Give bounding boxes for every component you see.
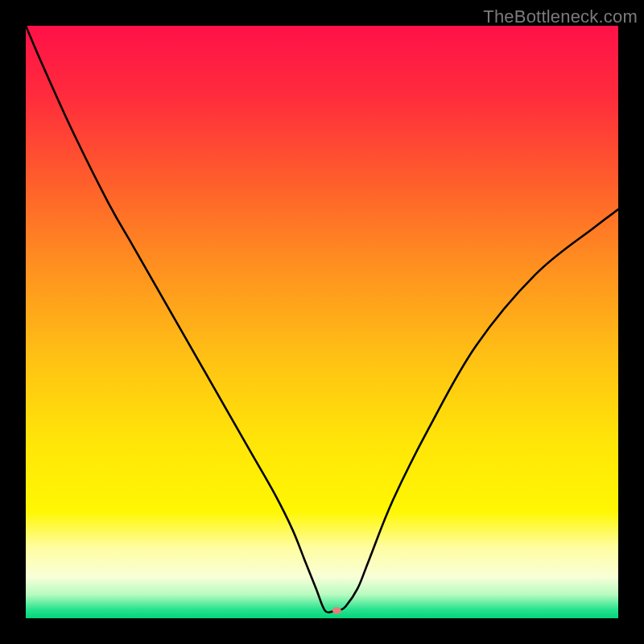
chart-background — [26, 26, 618, 618]
plot-area — [26, 26, 618, 618]
watermark-text: TheBottleneck.com — [483, 6, 638, 27]
chart-frame: TheBottleneck.com — [0, 0, 644, 644]
chart-svg — [26, 26, 618, 618]
minimum-marker — [332, 607, 341, 613]
